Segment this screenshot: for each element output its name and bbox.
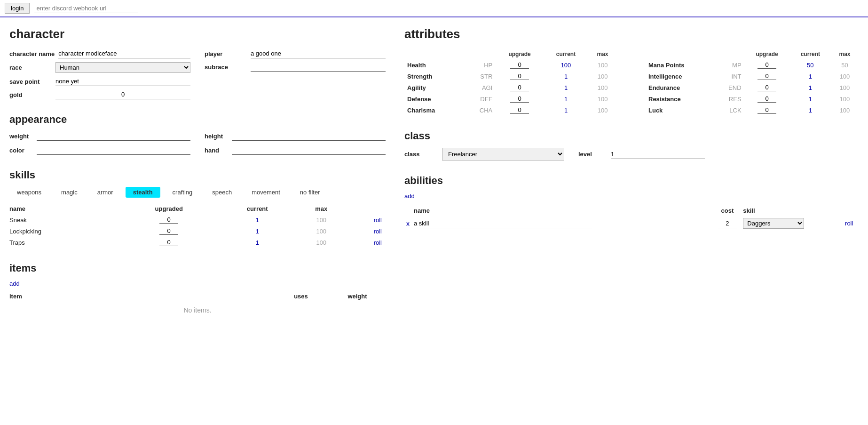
attr-upgrade-input[interactable] bbox=[758, 84, 776, 91]
color-label: color bbox=[9, 147, 33, 154]
skill-tab-speech[interactable]: speech bbox=[205, 187, 239, 198]
skill-roll-link[interactable]: roll bbox=[374, 239, 382, 246]
items-table: item uses weight bbox=[9, 291, 386, 302]
skills-section: skills weaponsmagicarmorstealthcraftings… bbox=[9, 169, 386, 248]
attr-name: Agility bbox=[404, 82, 463, 93]
right-upgrade-header: upgrade bbox=[744, 49, 790, 59]
attr-abbr: RES bbox=[714, 93, 744, 104]
skill-tab-weapons[interactable]: weapons bbox=[9, 187, 49, 198]
attr-name: Health bbox=[404, 59, 463, 71]
attr-upgrade-input[interactable] bbox=[510, 106, 529, 114]
ability-cost-input[interactable] bbox=[718, 219, 737, 228]
skill-upgraded-input[interactable] bbox=[159, 227, 178, 235]
attr-upgrade-input[interactable] bbox=[758, 61, 776, 69]
gold-row: gold bbox=[9, 90, 190, 99]
login-button[interactable]: login bbox=[5, 3, 30, 14]
skill-tabs: weaponsmagicarmorstealthcraftingspeechmo… bbox=[9, 187, 386, 198]
hand-input[interactable] bbox=[232, 145, 386, 155]
skills-col-upgraded: upgraded bbox=[121, 203, 221, 214]
attr-upgrade-input[interactable] bbox=[510, 84, 529, 91]
char-name-input[interactable] bbox=[58, 49, 190, 58]
skill-tab-stealth[interactable]: stealth bbox=[126, 187, 160, 198]
ability-remove-button[interactable]: x bbox=[404, 220, 411, 227]
table-row: Strength STR 1 100 bbox=[404, 71, 617, 82]
skill-roll-link[interactable]: roll bbox=[374, 228, 382, 235]
table-row: Luck LCK 1 100 bbox=[646, 104, 859, 116]
skill-tab-magic[interactable]: magic bbox=[54, 187, 85, 198]
ability-skill-select[interactable]: DaggersSwordsBowsStealthMagic bbox=[743, 218, 804, 229]
webhook-input[interactable] bbox=[34, 4, 138, 13]
attr-upgrade-input[interactable] bbox=[510, 95, 529, 103]
skill-tab-crafting[interactable]: crafting bbox=[165, 187, 200, 198]
skill-tab-armor[interactable]: armor bbox=[90, 187, 121, 198]
character-section: character character name race Human Elf … bbox=[9, 27, 386, 99]
ability-roll-link[interactable]: roll bbox=[845, 220, 853, 227]
attr-max: 100 bbox=[831, 71, 859, 82]
abilities-col-name: name bbox=[414, 205, 712, 216]
player-input[interactable] bbox=[251, 49, 386, 58]
attr-name: Resistance bbox=[646, 93, 714, 104]
left-attrs: upgrade current max Health HP 100 100 St… bbox=[404, 49, 617, 116]
items-title: items bbox=[9, 262, 386, 274]
subrace-input[interactable] bbox=[251, 62, 386, 72]
attr-current: 1 bbox=[544, 93, 588, 104]
skill-max: 100 bbox=[298, 237, 348, 248]
attr-current: 100 bbox=[544, 59, 588, 71]
table-row: Resistance RES 1 100 bbox=[646, 93, 859, 104]
skill-tab-no filter[interactable]: no filter bbox=[292, 187, 328, 198]
attributes-section: attributes upgrade current max bbox=[404, 27, 859, 116]
right-max-header: max bbox=[831, 49, 859, 59]
skill-max: 100 bbox=[298, 214, 348, 225]
abilities-add-link[interactable]: add bbox=[404, 192, 415, 200]
appearance-form: weight height color hand bbox=[9, 131, 386, 155]
race-label: race bbox=[9, 64, 52, 71]
gold-input[interactable] bbox=[55, 90, 190, 99]
height-input[interactable] bbox=[232, 131, 386, 141]
class-select[interactable]: FreelancerWarriorMageRogueHealer bbox=[442, 148, 564, 160]
skill-name: Traps bbox=[9, 237, 121, 248]
items-col-uses: uses bbox=[273, 291, 329, 302]
attr-upgrade-input[interactable] bbox=[510, 72, 529, 80]
attr-upgrade-input[interactable] bbox=[510, 61, 529, 69]
hand-field: hand bbox=[205, 145, 386, 155]
class-title: class bbox=[404, 130, 859, 142]
table-row: Endurance END 1 100 bbox=[646, 82, 859, 93]
skill-upgraded-input[interactable] bbox=[159, 239, 178, 246]
attr-upgrade-input[interactable] bbox=[758, 106, 776, 114]
items-add-link[interactable]: add bbox=[9, 280, 20, 287]
weight-input[interactable] bbox=[37, 131, 190, 141]
attr-abbr: DEF bbox=[463, 93, 495, 104]
attr-max: 100 bbox=[831, 104, 859, 116]
char-right-fields: player subrace bbox=[205, 49, 386, 99]
items-col-item: item bbox=[9, 291, 235, 302]
save-point-input[interactable] bbox=[55, 77, 190, 86]
skill-name: Lockpicking bbox=[9, 225, 121, 237]
class-label: class bbox=[404, 151, 428, 158]
attr-abbr: INT bbox=[714, 71, 744, 82]
skill-roll-link[interactable]: roll bbox=[374, 217, 382, 224]
hand-label: hand bbox=[205, 147, 228, 154]
skill-tab-movement[interactable]: movement bbox=[244, 187, 288, 198]
ability-name-input[interactable] bbox=[414, 219, 592, 228]
race-row: race Human Elf Dwarf Orc bbox=[9, 62, 190, 73]
main-layout: character character name race Human Elf … bbox=[0, 17, 868, 337]
attr-max: 50 bbox=[831, 59, 859, 71]
level-input[interactable] bbox=[611, 150, 705, 159]
skill-current: 1 bbox=[221, 225, 298, 237]
char-name-label: character name bbox=[9, 50, 55, 57]
race-select[interactable]: Human Elf Dwarf Orc bbox=[55, 62, 190, 73]
attr-current: 1 bbox=[790, 104, 831, 116]
table-row: Defense DEF 1 100 bbox=[404, 93, 617, 104]
level-label: level bbox=[578, 151, 592, 158]
skill-upgraded-input[interactable] bbox=[159, 216, 178, 224]
header: login bbox=[0, 0, 868, 17]
right-current-header: current bbox=[790, 49, 831, 59]
subrace-row: subrace bbox=[205, 62, 386, 72]
attr-upgrade-input[interactable] bbox=[758, 95, 776, 103]
character-form: character name race Human Elf Dwarf Orc bbox=[9, 49, 386, 99]
no-items-text: No items. bbox=[9, 306, 386, 314]
color-input[interactable] bbox=[37, 145, 190, 155]
attr-upgrade-input[interactable] bbox=[758, 72, 776, 80]
save-point-row: save point bbox=[9, 77, 190, 86]
skill-max: 100 bbox=[298, 225, 348, 237]
